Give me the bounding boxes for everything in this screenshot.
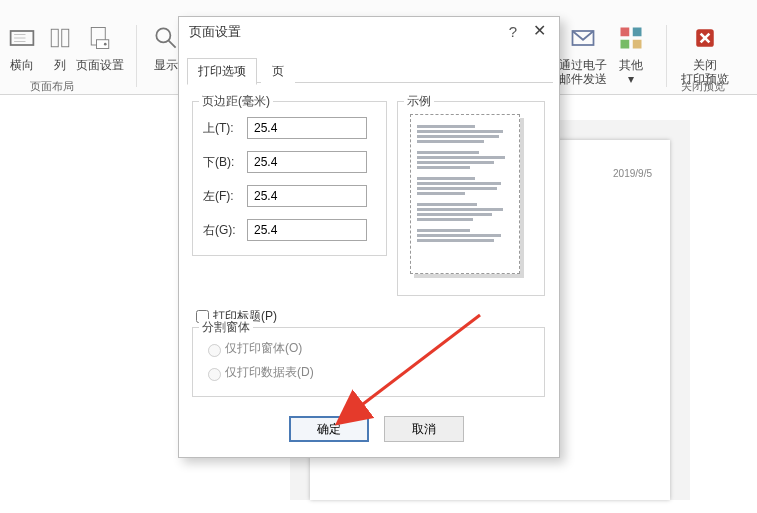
ribbon-item-page-setup[interactable]: 页面设置 xyxy=(76,22,124,72)
svg-rect-5 xyxy=(62,29,69,47)
margin-left-input[interactable] xyxy=(247,185,367,207)
ribbon-item-landscape[interactable]: 横向 xyxy=(6,22,38,72)
ribbon-group-name: 页面布局 xyxy=(30,79,74,94)
ribbon-item-label: 列 xyxy=(44,58,76,72)
margin-top-input[interactable] xyxy=(247,117,367,139)
tab-page[interactable]: 页 xyxy=(261,58,295,84)
ribbon-item-send-email[interactable]: 通过电子 邮件发送 xyxy=(559,22,607,86)
columns-icon xyxy=(44,22,76,54)
margins-legend: 页边距(毫米) xyxy=(199,93,273,110)
ribbon-item-columns[interactable]: 列 xyxy=(44,22,76,72)
form-only-radio[interactable] xyxy=(208,344,221,357)
ribbon-item-other[interactable]: 其他 ▾ xyxy=(615,22,647,86)
margin-bottom-label: 下(B): xyxy=(203,154,247,171)
margin-right-label: 右(G): xyxy=(203,222,247,239)
svg-rect-13 xyxy=(633,28,642,37)
close-button[interactable]: ✕ xyxy=(529,21,549,40)
margin-bottom-input[interactable] xyxy=(247,151,367,173)
margin-right-input[interactable] xyxy=(247,219,367,241)
ribbon-separator xyxy=(136,25,137,87)
dialog-tabs: 打印选项 页 xyxy=(187,57,553,83)
svg-rect-14 xyxy=(621,40,630,49)
svg-rect-12 xyxy=(621,28,630,37)
form-only-label: 仅打印窗体(O) xyxy=(225,340,302,357)
radio-row-form-only: 仅打印窗体(O) xyxy=(203,340,302,357)
svg-point-9 xyxy=(156,28,170,42)
page-setup-dialog: 页面设置 ? ✕ 打印选项 页 页边距(毫米) 上(T): 下(B): 左(F)… xyxy=(178,16,560,458)
margin-row-right: 右(G): xyxy=(203,218,367,242)
preview-page xyxy=(410,114,520,274)
mail-icon xyxy=(567,22,599,54)
margin-row-left: 左(F): xyxy=(203,184,367,208)
help-button[interactable]: ? xyxy=(509,23,517,40)
landscape-icon xyxy=(6,22,38,54)
ribbon-separator xyxy=(666,25,667,87)
margin-row-top: 上(T): xyxy=(203,116,367,140)
ribbon-item-label-l1: 其他 xyxy=(615,58,647,72)
doc-date: 2019/9/5 xyxy=(613,168,652,179)
margin-left-label: 左(F): xyxy=(203,188,247,205)
svg-line-10 xyxy=(169,41,176,48)
close-preview-icon xyxy=(689,22,721,54)
ribbon-item-label: 页面设置 xyxy=(76,58,124,72)
margins-group: 页边距(毫米) 上(T): 下(B): 左(F): 右(G): xyxy=(192,101,387,256)
svg-rect-15 xyxy=(633,40,642,49)
svg-rect-4 xyxy=(51,29,58,47)
ribbon-group-name: 关闭预览 xyxy=(681,79,725,94)
margin-top-label: 上(T): xyxy=(203,120,247,137)
ribbon-item-label: 横向 xyxy=(6,58,38,72)
ribbon-item-label-l1: 关闭 xyxy=(681,58,729,72)
svg-point-8 xyxy=(104,43,107,46)
table-only-radio[interactable] xyxy=(208,368,221,381)
margin-row-bottom: 下(B): xyxy=(203,150,367,174)
page-setup-icon xyxy=(84,22,116,54)
example-group: 示例 xyxy=(397,101,545,296)
table-only-label: 仅打印数据表(D) xyxy=(225,364,314,381)
ribbon-item-label-l2: ▾ xyxy=(615,72,647,86)
cancel-button[interactable]: 取消 xyxy=(384,416,464,442)
ribbon-item-close-preview[interactable]: 关闭 打印预览 xyxy=(681,22,729,86)
ribbon-item-label-l1: 通过电子 xyxy=(559,58,607,72)
grid-icon xyxy=(615,22,647,54)
example-legend: 示例 xyxy=(404,93,434,110)
ribbon-item-label-l2: 邮件发送 xyxy=(559,72,607,86)
svg-rect-7 xyxy=(97,40,109,49)
dialog-title: 页面设置 xyxy=(189,23,241,41)
radio-row-table-only: 仅打印数据表(D) xyxy=(203,364,314,381)
ok-button[interactable]: 确定 xyxy=(289,416,369,442)
split-legend: 分割窗体 xyxy=(199,319,253,336)
split-form-group: 分割窗体 仅打印窗体(O) 仅打印数据表(D) xyxy=(192,327,545,397)
tab-print-options[interactable]: 打印选项 xyxy=(187,58,257,85)
